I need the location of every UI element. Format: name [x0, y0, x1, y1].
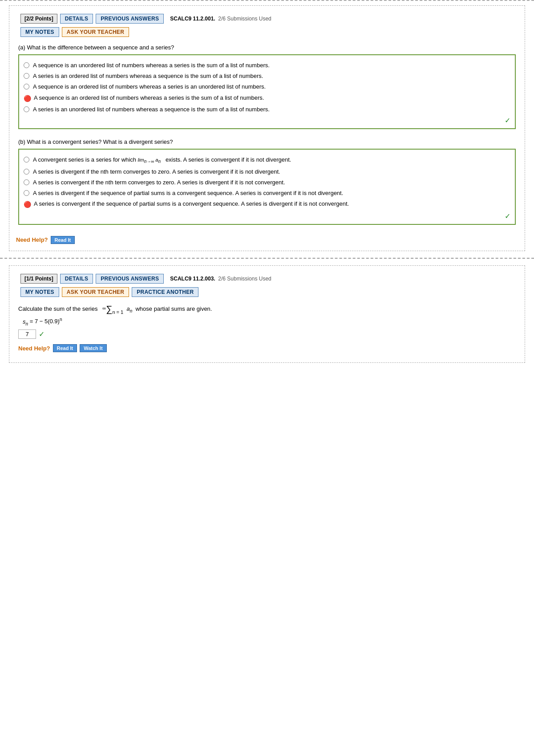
- q1-b-checkmark: ✓: [24, 212, 510, 220]
- q1-a-radio-1[interactable]: [24, 62, 29, 68]
- q1-details-button[interactable]: DETAILS: [60, 14, 93, 24]
- q2-scalc-info: SCALC9 11.2.003. 2/6 Submissions Used: [170, 276, 271, 282]
- q2-partial-sum: sn = 7 − 5(0.9)n: [23, 317, 516, 326]
- q2-read-it-button[interactable]: Read It: [53, 344, 77, 352]
- q2-points-label: [1/1 Points]: [20, 274, 57, 284]
- q1-a-option-4[interactable]: 🔴 A sequence is an ordered list of numbe…: [24, 94, 510, 103]
- q2-details-button[interactable]: DETAILS: [60, 274, 93, 284]
- q1-a-radio-2[interactable]: [24, 73, 29, 79]
- q1-a-checkmark: ✓: [24, 116, 510, 125]
- q1-b-radio-1[interactable]: [24, 157, 29, 163]
- q1-part-a-title: (a) What is the difference between a seq…: [18, 44, 516, 51]
- series-variable: an: [126, 305, 132, 312]
- q1-part-b-title: (b) What is a convergent series? What is…: [18, 138, 516, 145]
- q1-ask-teacher-button[interactable]: ASK YOUR TEACHER: [62, 27, 129, 37]
- q1-b-option-5[interactable]: 🔴 A series is convergent if the sequence…: [24, 200, 510, 209]
- q2-answer-input[interactable]: 7: [18, 329, 36, 339]
- q1-a-radio-3[interactable]: [24, 84, 29, 89]
- q2-toolbar-row2: MY NOTES ASK YOUR TEACHER PRACTICE ANOTH…: [16, 287, 518, 301]
- q1-a-option-5[interactable]: A series is an unordered list of numbers…: [24, 106, 510, 114]
- q1-a-option-5-text: A series is an unordered list of numbers…: [33, 106, 270, 114]
- q1-b-option-3[interactable]: A series is convergent if the nth term c…: [24, 179, 510, 187]
- q1-my-notes-button[interactable]: MY NOTES: [20, 27, 59, 37]
- q1-b-option-2[interactable]: A series is divergent if the nth term co…: [24, 168, 510, 176]
- q1-a-option-3[interactable]: A sequence is an ordered list of numbers…: [24, 83, 510, 91]
- q1-a-option-4-text: A sequence is an ordered list of numbers…: [34, 94, 264, 102]
- q2-answer-checkmark: ✓: [39, 330, 44, 338]
- q1-a-option-2-text: A series is an ordered list of numbers w…: [33, 72, 263, 80]
- q1-scalc-id: SCALC9 11.2.001. 2/6 Submissions Used: [170, 16, 271, 22]
- q1-part-b-answer-box: A convergent series is a series for whic…: [18, 149, 516, 224]
- correct-icon-a4: 🔴: [24, 94, 31, 103]
- q2-ask-teacher-button[interactable]: ASK YOUR TEACHER: [62, 287, 129, 297]
- q1-b-option-4-text: A series is divergent if the sequence of…: [33, 189, 343, 197]
- q1-a-radio-5[interactable]: [24, 106, 29, 112]
- q2-answer-row: 7 ✓: [18, 329, 516, 339]
- q1-a-option-2[interactable]: A series is an ordered list of numbers w…: [24, 72, 510, 80]
- q1-b-option-4[interactable]: A series is divergent if the sequence of…: [24, 189, 510, 197]
- series-sigma-notation: ∞∑n = 1: [102, 304, 123, 315]
- q1-b-option-1-text: A convergent series is a series for whic…: [33, 156, 291, 165]
- q2-toolbar-row1: [1/1 Points] DETAILS PREVIOUS ANSWERS SC…: [16, 270, 518, 287]
- q1-b-option-5-text: A series is convergent if the sequence o…: [34, 200, 349, 208]
- q1-need-help-text: Need Help?: [16, 236, 48, 243]
- q1-b-option-1[interactable]: A convergent series is a series for whic…: [24, 156, 510, 165]
- q2-my-notes-button[interactable]: MY NOTES: [20, 287, 59, 297]
- q2-question-text: Calculate the sum of the series ∞∑n = 1 …: [18, 304, 516, 315]
- q2-content: Calculate the sum of the series ∞∑n = 1 …: [16, 301, 518, 356]
- q1-a-option-3-text: A sequence is an ordered list of numbers…: [33, 83, 266, 91]
- q1-b-radio-4[interactable]: [24, 190, 29, 196]
- q1-a-option-1[interactable]: A sequence is an unordered list of numbe…: [24, 61, 510, 69]
- q2-watch-it-button[interactable]: Watch It: [80, 344, 106, 352]
- q1-part-a-answer-box: A sequence is an unordered list of numbe…: [18, 54, 516, 129]
- q2-need-help: Need Help? Read It Watch It: [18, 344, 516, 352]
- q2-previous-answers-button[interactable]: PREVIOUS ANSWERS: [96, 274, 164, 284]
- q1-b-option-2-text: A series is divergent if the nth term co…: [33, 168, 280, 176]
- question-2-block: [1/1 Points] DETAILS PREVIOUS ANSWERS SC…: [9, 265, 525, 363]
- q2-practice-another-button[interactable]: PRACTICE ANOTHER: [132, 287, 198, 297]
- correct-icon-b5: 🔴: [24, 200, 31, 209]
- q1-read-it-button[interactable]: Read It: [51, 236, 75, 244]
- section-separator: [0, 258, 534, 259]
- q1-b-option-3-text: A series is convergent if the nth term c…: [33, 179, 285, 187]
- q1-b-radio-3[interactable]: [24, 179, 29, 185]
- q1-b-radio-2[interactable]: [24, 169, 29, 175]
- q1-a-option-1-text: A sequence is an unordered list of numbe…: [33, 61, 270, 69]
- q1-previous-answers-button[interactable]: PREVIOUS ANSWERS: [96, 14, 164, 24]
- q1-points-label: [2/2 Points]: [20, 14, 57, 24]
- q1-need-help: Need Help? Read It: [16, 236, 518, 244]
- q2-need-help-text: Need Help?: [18, 345, 50, 352]
